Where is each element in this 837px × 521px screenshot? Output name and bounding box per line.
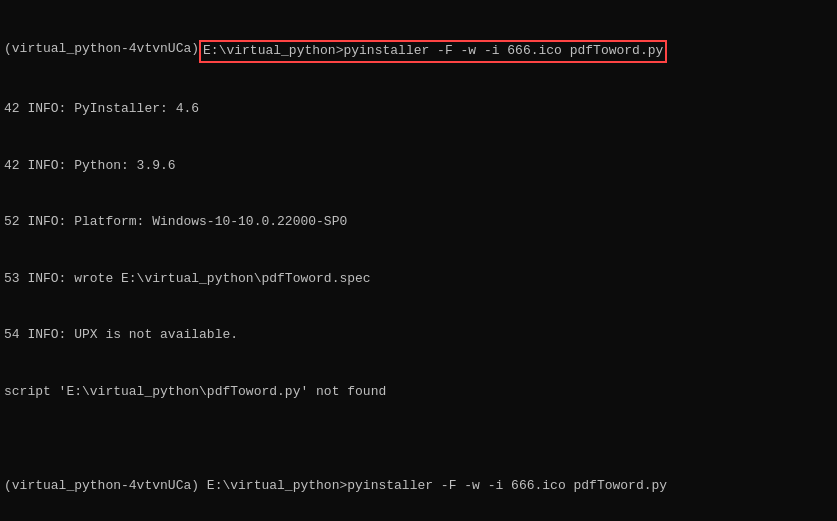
output-line: (virtual_python-4vtvnUCa) E:\virtual_pyt…	[4, 477, 833, 496]
terminal-window: (virtual_python-4vtvnUCa) E:\virtual_pyt…	[0, 0, 837, 521]
highlighted-command: E:\virtual_python>pyinstaller -F -w -i 6…	[199, 40, 667, 63]
output-line: 54 INFO: UPX is not available.	[4, 326, 833, 345]
output-line: 42 INFO: Python: 3.9.6	[4, 157, 833, 176]
output-line: 53 INFO: wrote E:\virtual_python\pdfTowo…	[4, 270, 833, 289]
output-line: 52 INFO: Platform: Windows-10-10.0.22000…	[4, 213, 833, 232]
prompt-prefix: (virtual_python-4vtvnUCa)	[4, 40, 199, 59]
output-line: 42 INFO: PyInstaller: 4.6	[4, 100, 833, 119]
first-command-line: (virtual_python-4vtvnUCa) E:\virtual_pyt…	[4, 40, 833, 63]
terminal-output: (virtual_python-4vtvnUCa) E:\virtual_pyt…	[0, 0, 837, 521]
output-line: script 'E:\virtual_python\pdfToword.py' …	[4, 383, 833, 402]
